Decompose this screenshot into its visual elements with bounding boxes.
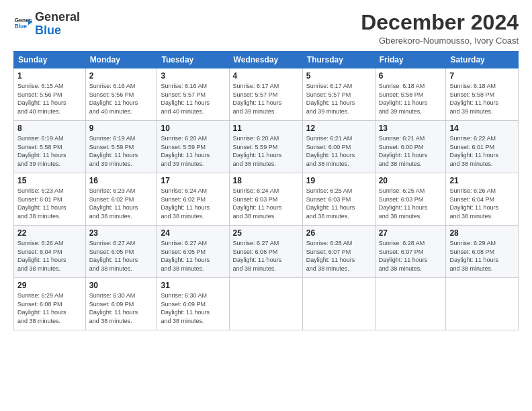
- calendar-cell: 25Sunrise: 6:27 AM Sunset: 6:06 PM Dayli…: [229, 226, 302, 278]
- month-title: December 2024: [361, 11, 519, 34]
- day-info: Sunrise: 6:26 AM Sunset: 6:04 PM Dayligh…: [17, 239, 82, 273]
- day-number: 16: [89, 176, 154, 185]
- calendar-week-4: 22Sunrise: 6:26 AM Sunset: 6:04 PM Dayli…: [14, 226, 519, 278]
- day-info: Sunrise: 6:20 AM Sunset: 5:59 PM Dayligh…: [161, 134, 225, 168]
- day-number: 25: [233, 228, 299, 238]
- calendar-cell: 12Sunrise: 6:21 AM Sunset: 6:00 PM Dayli…: [302, 121, 375, 173]
- day-info: Sunrise: 6:24 AM Sunset: 6:03 PM Dayligh…: [233, 187, 299, 220]
- day-number: 6: [379, 71, 443, 81]
- day-info: Sunrise: 6:28 AM Sunset: 6:07 PM Dayligh…: [306, 239, 371, 273]
- day-info: Sunrise: 6:23 AM Sunset: 6:02 PM Dayligh…: [89, 187, 154, 220]
- day-info: Sunrise: 6:27 AM Sunset: 6:05 PM Dayligh…: [161, 239, 225, 273]
- day-number: 26: [306, 228, 371, 238]
- calendar-cell: 24Sunrise: 6:27 AM Sunset: 6:05 PM Dayli…: [157, 226, 229, 278]
- day-info: Sunrise: 6:21 AM Sunset: 6:00 PM Dayligh…: [379, 134, 443, 168]
- day-number: 12: [306, 124, 371, 133]
- day-info: Sunrise: 6:27 AM Sunset: 6:06 PM Dayligh…: [233, 239, 299, 273]
- day-info: Sunrise: 6:16 AM Sunset: 5:56 PM Dayligh…: [89, 82, 154, 116]
- calendar-cell: 17Sunrise: 6:24 AM Sunset: 6:02 PM Dayli…: [157, 173, 229, 226]
- calendar-cell: 7Sunrise: 6:18 AM Sunset: 5:58 PM Daylig…: [446, 68, 519, 121]
- calendar-cell: 21Sunrise: 6:26 AM Sunset: 6:04 PM Dayli…: [446, 173, 519, 226]
- calendar-cell: 1Sunrise: 6:15 AM Sunset: 5:56 PM Daylig…: [14, 68, 86, 121]
- day-number: 22: [17, 228, 82, 238]
- svg-text:Blue: Blue: [15, 23, 28, 30]
- calendar-cell: 28Sunrise: 6:29 AM Sunset: 6:08 PM Dayli…: [446, 226, 519, 278]
- day-number: 10: [161, 124, 225, 133]
- weekday-header-friday: Friday: [375, 52, 446, 68]
- title-block: December 2024 Gberekoro-Noumousso, Ivory…: [361, 11, 519, 46]
- day-info: Sunrise: 6:15 AM Sunset: 5:56 PM Dayligh…: [17, 82, 82, 116]
- weekday-header-tuesday: Tuesday: [157, 52, 229, 68]
- day-info: Sunrise: 6:19 AM Sunset: 5:59 PM Dayligh…: [89, 134, 154, 168]
- day-info: Sunrise: 6:29 AM Sunset: 6:08 PM Dayligh…: [449, 239, 515, 273]
- weekday-header-wednesday: Wednesday: [229, 52, 302, 68]
- calendar-cell: 20Sunrise: 6:25 AM Sunset: 6:03 PM Dayli…: [375, 173, 446, 226]
- logo-text: General Blue: [35, 11, 80, 38]
- logo: General Blue General Blue: [13, 11, 80, 38]
- day-number: 2: [89, 71, 154, 81]
- calendar-cell: 6Sunrise: 6:18 AM Sunset: 5:58 PM Daylig…: [375, 68, 446, 121]
- calendar-cell: [375, 278, 446, 330]
- calendar-cell: 29Sunrise: 6:29 AM Sunset: 6:08 PM Dayli…: [14, 278, 86, 330]
- calendar-cell: 11Sunrise: 6:20 AM Sunset: 5:59 PM Dayli…: [229, 121, 302, 173]
- calendar-cell: 10Sunrise: 6:20 AM Sunset: 5:59 PM Dayli…: [157, 121, 229, 173]
- calendar-cell: 15Sunrise: 6:23 AM Sunset: 6:01 PM Dayli…: [14, 173, 86, 226]
- day-number: 8: [17, 124, 82, 133]
- calendar-cell: [446, 278, 519, 330]
- calendar-week-5: 29Sunrise: 6:29 AM Sunset: 6:08 PM Dayli…: [14, 278, 519, 330]
- calendar-header-row: SundayMondayTuesdayWednesdayThursdayFrid…: [14, 52, 519, 68]
- page: General Blue General Blue December 2024 …: [0, 0, 532, 411]
- day-info: Sunrise: 6:28 AM Sunset: 6:07 PM Dayligh…: [379, 239, 443, 273]
- day-number: 15: [17, 176, 82, 185]
- calendar-cell: 14Sunrise: 6:22 AM Sunset: 6:01 PM Dayli…: [446, 121, 519, 173]
- day-number: 11: [233, 124, 299, 133]
- day-info: Sunrise: 6:20 AM Sunset: 5:59 PM Dayligh…: [233, 134, 299, 168]
- calendar-cell: 16Sunrise: 6:23 AM Sunset: 6:02 PM Dayli…: [85, 173, 157, 226]
- calendar-cell: 19Sunrise: 6:25 AM Sunset: 6:03 PM Dayli…: [302, 173, 375, 226]
- header: General Blue General Blue December 2024 …: [13, 11, 519, 46]
- calendar-cell: 5Sunrise: 6:17 AM Sunset: 5:57 PM Daylig…: [302, 68, 375, 121]
- calendar-cell: [229, 278, 302, 330]
- day-number: 19: [306, 176, 371, 185]
- day-info: Sunrise: 6:17 AM Sunset: 5:57 PM Dayligh…: [306, 82, 371, 116]
- day-info: Sunrise: 6:18 AM Sunset: 5:58 PM Dayligh…: [449, 82, 515, 116]
- calendar-cell: 31Sunrise: 6:30 AM Sunset: 6:09 PM Dayli…: [157, 278, 229, 330]
- day-number: 17: [161, 176, 225, 185]
- calendar: SundayMondayTuesdayWednesdayThursdayFrid…: [13, 51, 519, 330]
- day-info: Sunrise: 6:26 AM Sunset: 6:04 PM Dayligh…: [449, 187, 515, 220]
- day-number: 29: [17, 281, 82, 290]
- calendar-week-1: 1Sunrise: 6:15 AM Sunset: 5:56 PM Daylig…: [14, 68, 519, 121]
- day-info: Sunrise: 6:21 AM Sunset: 6:00 PM Dayligh…: [306, 134, 371, 168]
- day-number: 27: [379, 228, 443, 238]
- location: Gberekoro-Noumousso, Ivory Coast: [361, 36, 519, 46]
- day-number: 24: [161, 228, 225, 238]
- calendar-week-2: 8Sunrise: 6:19 AM Sunset: 5:58 PM Daylig…: [14, 121, 519, 173]
- day-info: Sunrise: 6:24 AM Sunset: 6:02 PM Dayligh…: [161, 187, 225, 220]
- day-number: 4: [233, 71, 299, 81]
- calendar-week-3: 15Sunrise: 6:23 AM Sunset: 6:01 PM Dayli…: [14, 173, 519, 226]
- calendar-cell: 22Sunrise: 6:26 AM Sunset: 6:04 PM Dayli…: [14, 226, 86, 278]
- day-number: 5: [306, 71, 371, 81]
- calendar-cell: 3Sunrise: 6:16 AM Sunset: 5:57 PM Daylig…: [157, 68, 229, 121]
- calendar-cell: 8Sunrise: 6:19 AM Sunset: 5:58 PM Daylig…: [14, 121, 86, 173]
- day-number: 13: [379, 124, 443, 133]
- day-info: Sunrise: 6:22 AM Sunset: 6:01 PM Dayligh…: [449, 134, 515, 168]
- calendar-cell: 27Sunrise: 6:28 AM Sunset: 6:07 PM Dayli…: [375, 226, 446, 278]
- day-info: Sunrise: 6:29 AM Sunset: 6:08 PM Dayligh…: [17, 291, 82, 325]
- day-number: 1: [17, 71, 82, 81]
- day-info: Sunrise: 6:23 AM Sunset: 6:01 PM Dayligh…: [17, 187, 82, 220]
- weekday-header-thursday: Thursday: [302, 52, 375, 68]
- calendar-cell: 2Sunrise: 6:16 AM Sunset: 5:56 PM Daylig…: [85, 68, 157, 121]
- weekday-header-saturday: Saturday: [446, 52, 519, 68]
- day-info: Sunrise: 6:25 AM Sunset: 6:03 PM Dayligh…: [306, 187, 371, 220]
- day-info: Sunrise: 6:19 AM Sunset: 5:58 PM Dayligh…: [17, 134, 82, 168]
- calendar-cell: 18Sunrise: 6:24 AM Sunset: 6:03 PM Dayli…: [229, 173, 302, 226]
- day-number: 31: [161, 281, 225, 290]
- day-number: 9: [89, 124, 154, 133]
- day-info: Sunrise: 6:25 AM Sunset: 6:03 PM Dayligh…: [379, 187, 443, 220]
- day-number: 14: [449, 124, 515, 133]
- calendar-cell: 9Sunrise: 6:19 AM Sunset: 5:59 PM Daylig…: [85, 121, 157, 173]
- day-number: 20: [379, 176, 443, 185]
- day-info: Sunrise: 6:30 AM Sunset: 6:09 PM Dayligh…: [89, 291, 154, 325]
- day-info: Sunrise: 6:30 AM Sunset: 6:09 PM Dayligh…: [161, 291, 225, 325]
